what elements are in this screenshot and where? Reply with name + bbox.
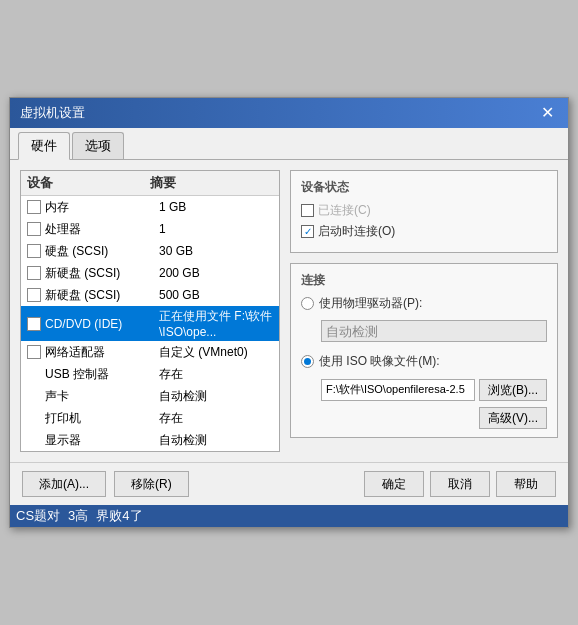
status-item-1: CS题对 — [16, 507, 60, 525]
header-device: 设备 — [27, 174, 150, 192]
dialog-title: 虚拟机设置 — [20, 104, 85, 122]
device-row-usb[interactable]: USB 控制器存在 — [21, 363, 279, 385]
cancel-button[interactable]: 取消 — [430, 471, 490, 497]
connection-radio-group: 使用物理驱动器(P): 自动检测 使用 ISO 映像文件(M): F:\软件\I… — [301, 295, 547, 401]
title-bar: 虚拟机设置 ✕ — [10, 98, 568, 128]
status-item-2: 3高 — [68, 507, 88, 525]
device-name-cdrom: CD/DVD (IDE) — [45, 317, 159, 331]
iso-path-input[interactable]: F:\软件\ISO\openfileresa-2.5 — [321, 379, 475, 401]
browse-button[interactable]: 浏览(B)... — [479, 379, 547, 401]
right-panel: 设备状态 已连接(C) ✓ 启动时连接(O) 连接 使用物理驱动器(P): — [290, 170, 558, 452]
bottom-left-buttons: 添加(A)... 移除(R) — [22, 471, 189, 497]
autoconnect-label: 启动时连接(O) — [318, 223, 395, 240]
main-dialog: 虚拟机设置 ✕ 硬件 选项 设备 摘要 内存1 GB处理器1硬盘 (SCSI)3… — [9, 97, 569, 528]
tab-options[interactable]: 选项 — [72, 132, 124, 159]
device-row-memory[interactable]: 内存1 GB — [21, 196, 279, 218]
device-status-section: 设备状态 已连接(C) ✓ 启动时连接(O) — [290, 170, 558, 253]
add-button[interactable]: 添加(A)... — [22, 471, 106, 497]
help-button[interactable]: 帮助 — [496, 471, 556, 497]
device-summary-memory: 1 GB — [159, 200, 273, 214]
device-name-network: 网络适配器 — [45, 344, 159, 361]
tab-hardware[interactable]: 硬件 — [18, 132, 70, 160]
device-summary-network: 自定义 (VMnet0) — [159, 344, 273, 361]
connected-row: 已连接(C) — [301, 202, 547, 219]
status-item-3: 界败4了 — [96, 507, 142, 525]
device-name-sound: 声卡 — [45, 388, 159, 405]
device-row-cpu[interactable]: 处理器1 — [21, 218, 279, 240]
list-header: 设备 摘要 — [21, 171, 279, 196]
dialog-body: 设备 摘要 内存1 GB处理器1硬盘 (SCSI)30 GB新硬盘 (SCSI)… — [10, 160, 568, 462]
device-summary-disk2: 200 GB — [159, 266, 273, 280]
device-summary-printer: 存在 — [159, 410, 273, 427]
device-checkbox-cpu[interactable] — [27, 222, 41, 236]
remove-button[interactable]: 移除(R) — [114, 471, 189, 497]
advanced-button[interactable]: 高级(V)... — [479, 407, 547, 429]
iso-radio[interactable] — [301, 355, 314, 368]
connection-section: 连接 使用物理驱动器(P): 自动检测 使用 I — [290, 263, 558, 438]
auto-detect-dropdown[interactable]: 自动检测 — [321, 320, 547, 342]
device-name-memory: 内存 — [45, 199, 159, 216]
physical-drive-radio[interactable] — [301, 297, 314, 310]
header-summary: 摘要 — [150, 174, 273, 192]
iso-row: 使用 ISO 映像文件(M): — [301, 353, 547, 370]
iso-file-row: F:\软件\ISO\openfileresa-2.5 浏览(B)... — [321, 379, 547, 401]
connected-checkbox[interactable] — [301, 204, 314, 217]
device-name-disk3: 新硬盘 (SCSI) — [45, 287, 159, 304]
device-summary-usb: 存在 — [159, 366, 273, 383]
device-checkbox-cdrom[interactable] — [27, 317, 41, 331]
device-name-disk2: 新硬盘 (SCSI) — [45, 265, 159, 282]
device-status-title: 设备状态 — [301, 179, 547, 196]
ok-button[interactable]: 确定 — [364, 471, 424, 497]
device-checkbox-disk2[interactable] — [27, 266, 41, 280]
auto-detect-dropdown-row: 自动检测 — [321, 320, 547, 342]
device-summary-sound: 自动检测 — [159, 388, 273, 405]
device-checkbox-disk3[interactable] — [27, 288, 41, 302]
device-summary-display: 自动检测 — [159, 432, 273, 449]
device-checkbox-network[interactable] — [27, 345, 41, 359]
device-row-printer[interactable]: 打印机存在 — [21, 407, 279, 429]
connected-label: 已连接(C) — [318, 202, 371, 219]
device-row-display[interactable]: 显示器自动检测 — [21, 429, 279, 451]
physical-drive-label: 使用物理驱动器(P): — [319, 295, 422, 312]
device-checkbox-memory[interactable] — [27, 200, 41, 214]
connection-title: 连接 — [301, 272, 547, 289]
device-name-cpu: 处理器 — [45, 221, 159, 238]
device-name-usb: USB 控制器 — [45, 366, 159, 383]
device-summary-cpu: 1 — [159, 222, 273, 236]
device-name-disk1: 硬盘 (SCSI) — [45, 243, 159, 260]
iso-label: 使用 ISO 映像文件(M): — [319, 353, 440, 370]
device-row-sound[interactable]: 声卡自动检测 — [21, 385, 279, 407]
device-row-disk2[interactable]: 新硬盘 (SCSI)200 GB — [21, 262, 279, 284]
bottom-right-buttons: 确定 取消 帮助 — [364, 471, 556, 497]
device-summary-cdrom: 正在使用文件 F:\软件\ISO\ope... — [159, 308, 273, 339]
device-row-network[interactable]: 网络适配器自定义 (VMnet0) — [21, 341, 279, 363]
device-row-disk3[interactable]: 新硬盘 (SCSI)500 GB — [21, 284, 279, 306]
device-summary-disk1: 30 GB — [159, 244, 273, 258]
autoconnect-checkbox[interactable]: ✓ — [301, 225, 314, 238]
device-summary-disk3: 500 GB — [159, 288, 273, 302]
status-bar: CS题对 3高 界败4了 — [10, 505, 568, 527]
bottom-bar: 添加(A)... 移除(R) 确定 取消 帮助 — [10, 462, 568, 505]
device-name-printer: 打印机 — [45, 410, 159, 427]
device-list: 内存1 GB处理器1硬盘 (SCSI)30 GB新硬盘 (SCSI)200 GB… — [21, 196, 279, 451]
device-name-display: 显示器 — [45, 432, 159, 449]
advanced-row: 高级(V)... — [301, 407, 547, 429]
device-row-cdrom[interactable]: CD/DVD (IDE)正在使用文件 F:\软件\ISO\ope... — [21, 306, 279, 341]
physical-drive-row: 使用物理驱动器(P): — [301, 295, 547, 312]
device-list-panel: 设备 摘要 内存1 GB处理器1硬盘 (SCSI)30 GB新硬盘 (SCSI)… — [20, 170, 280, 452]
close-button[interactable]: ✕ — [537, 105, 558, 121]
autoconnect-row: ✓ 启动时连接(O) — [301, 223, 547, 240]
device-checkbox-disk1[interactable] — [27, 244, 41, 258]
tab-bar: 硬件 选项 — [10, 128, 568, 160]
device-row-disk1[interactable]: 硬盘 (SCSI)30 GB — [21, 240, 279, 262]
